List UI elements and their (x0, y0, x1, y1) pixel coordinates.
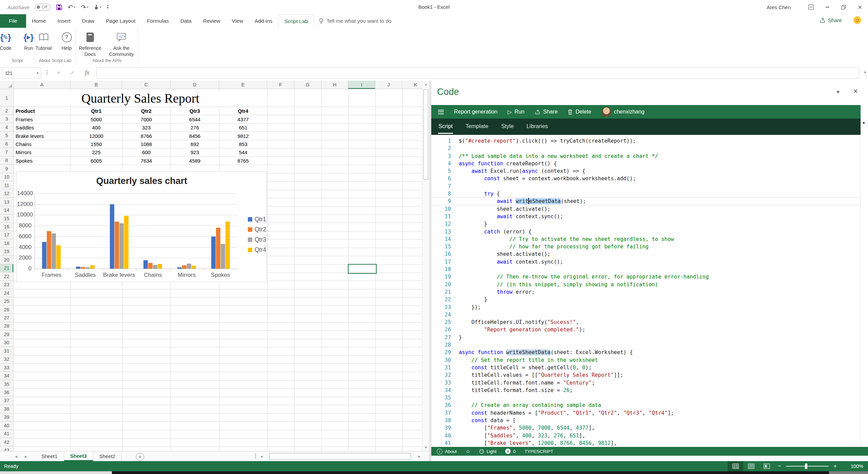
pane-tab-template[interactable]: Template (465, 119, 489, 135)
formula-input[interactable] (96, 67, 859, 79)
ribbon-tab-add-ins[interactable]: Add-ins (249, 14, 278, 28)
about-button[interactable]: i About (437, 449, 457, 454)
name-box-dropdown-icon[interactable]: ▾ (37, 71, 41, 75)
code-line-17[interactable]: 17 await context.sync(); (431, 258, 861, 266)
row-header-23[interactable]: 23 (0, 281, 14, 289)
row-header-18[interactable]: 18 (0, 239, 14, 247)
code-line-37[interactable]: 37 const headerNames = ["Product", "Qtr1… (431, 409, 861, 417)
feedback-smiley-icon[interactable]: ☺ (853, 16, 861, 24)
grid-cell[interactable]: Qtr2 (122, 107, 170, 115)
vertical-scrollbar[interactable]: ▴ ▾ (422, 81, 429, 451)
row-header-17[interactable]: 17 (0, 231, 14, 239)
reference-docs-button[interactable]: Reference Docs (76, 30, 104, 58)
ask-the-community-button[interactable]: </>Ask the Community (105, 30, 138, 58)
feedback-smiley-button[interactable]: ☺ (466, 449, 470, 454)
formula-bar-expand-icon[interactable]: ▾ (864, 70, 866, 75)
code-line-32[interactable]: 32 titleCell.values = [["Quarterly Sales… (431, 371, 861, 379)
pane-collapse-arrow-icon[interactable]: ◂ (862, 120, 865, 125)
grid-cell[interactable]: 8766 (122, 132, 170, 140)
row-header-25[interactable]: 25 (0, 297, 14, 305)
code-line-6[interactable]: 6 const sheet = context.workbook.workshe… (431, 175, 861, 182)
grid-cell[interactable]: 600 (122, 148, 170, 156)
row-header-41[interactable]: 41 (0, 430, 14, 438)
code-line-23[interactable]: 23 }); (431, 304, 861, 311)
column-header-A[interactable]: A (14, 81, 71, 89)
sheet-tab-sheet3[interactable]: Sheet3 (64, 451, 93, 461)
row-header-4[interactable]: 4 (0, 123, 14, 131)
column-header-G[interactable]: G (294, 81, 321, 89)
column-header-D[interactable]: D (171, 81, 219, 89)
hscroll-right-icon[interactable]: ▸ (418, 451, 420, 461)
code-line-1[interactable]: 1$("#create-report").click(() => tryCatc… (431, 137, 861, 145)
code-line-39[interactable]: 39 ["Frames", 5000, 7000, 6544, 4377], (431, 424, 861, 432)
row-header-43[interactable]: 43 (0, 446, 14, 451)
row-header-2[interactable]: 2 (0, 107, 14, 115)
ribbon-tab-insert[interactable]: Insert (52, 14, 76, 28)
run-button[interactable]: ▷ Run (508, 109, 525, 115)
grid-cell[interactable]: Frames (14, 115, 70, 123)
formula-bar-grip[interactable] (46, 70, 47, 76)
ribbon-tab-script-lab[interactable]: Script Lab (278, 14, 314, 28)
zoom-out-button[interactable]: − (774, 463, 785, 470)
tell-me-box[interactable]: Tell me what you want to do (319, 14, 391, 28)
row-header-36[interactable]: 36 (0, 388, 14, 396)
code-line-9[interactable]: 9 await writeSheetData(sheet); (431, 198, 861, 205)
row-header-30[interactable]: 30 (0, 339, 14, 347)
select-all-corner[interactable] (0, 81, 14, 89)
row-header-14[interactable]: 14 (0, 206, 14, 214)
code-line-38[interactable]: 38 const data = [ (431, 417, 861, 424)
row-header-37[interactable]: 37 (0, 397, 14, 405)
pane-menu-caret-icon[interactable]: ▼ (836, 89, 840, 95)
ribbon-tab-home[interactable]: Home (26, 14, 52, 28)
zoom-slider[interactable] (786, 466, 829, 467)
code-line-2[interactable]: 2 (431, 145, 861, 152)
minimize-button[interactable] (819, 0, 835, 14)
ribbon-tab-draw[interactable]: Draw (76, 14, 100, 28)
row-header-35[interactable]: 35 (0, 380, 14, 388)
pane-tab-libraries[interactable]: Libraries (526, 119, 548, 135)
code-line-33[interactable]: 33 titleCell.format.font.name = "Century… (431, 379, 861, 387)
sales-chart[interactable]: Quarterly sales chart0200040006000800010… (17, 171, 267, 282)
row-header-27[interactable]: 27 (0, 314, 14, 322)
selected-cell-I21[interactable] (348, 264, 377, 274)
scroll-up-icon[interactable]: ▴ (422, 82, 429, 86)
column-header-H[interactable]: H (321, 81, 348, 89)
grid-cell[interactable]: 276 (171, 124, 219, 131)
user-name[interactable]: Ares Chen (767, 4, 791, 10)
code-line-31[interactable]: 31 const titleCell = sheet.getCell(0, 0)… (431, 364, 861, 371)
row-header-16[interactable]: 16 (0, 223, 14, 231)
row-header-34[interactable]: 34 (0, 372, 14, 380)
code-line-40[interactable]: 40 ["Saddles", 400, 323, 276, 651], (431, 432, 861, 439)
share-button[interactable]: Share (820, 17, 842, 23)
horizontal-scrollbar-thumb[interactable] (269, 453, 411, 459)
code-line-11[interactable]: 11 await context.sync(); (431, 213, 861, 220)
new-sheet-button[interactable]: + (136, 453, 144, 461)
code-line-3[interactable]: 3/** Load sample data into a new workshe… (431, 152, 861, 160)
tutorial-button[interactable]: Tutorial (33, 30, 55, 52)
cancel-entry-button[interactable]: × (54, 67, 64, 78)
row-header-32[interactable]: 32 (0, 355, 14, 364)
code-line-27[interactable]: 27} (431, 334, 861, 341)
row-header-15[interactable]: 15 (0, 214, 14, 223)
restore-button[interactable] (835, 0, 852, 14)
row-header-33[interactable]: 33 (0, 364, 14, 372)
page-layout-view-button[interactable] (743, 461, 759, 471)
row-header-10[interactable]: 10 (0, 173, 14, 181)
column-header-K[interactable]: K (402, 81, 422, 89)
help-button[interactable]: ?Help (56, 30, 78, 52)
code-line-16[interactable]: 16 sheet.activate(); (431, 250, 861, 258)
sheet-tab-sheet2[interactable]: Sheet2 (93, 451, 122, 461)
ribbon-tab-formulas[interactable]: Formulas (141, 14, 175, 28)
close-button[interactable]: × (852, 0, 868, 14)
row-header-21[interactable]: 21 (0, 264, 14, 272)
code-line-12[interactable]: 12 } (431, 220, 861, 228)
code-line-5[interactable]: 5 await Excel.run(async (context) => { (431, 167, 861, 175)
row-header-29[interactable]: 29 (0, 330, 14, 338)
zoom-in-button[interactable]: + (830, 463, 840, 470)
row-header-5[interactable]: 5 (0, 131, 14, 140)
worksheet-grid[interactable]: ABCDEFGHIJK12345678910111213141516171819… (0, 81, 422, 451)
row-header-19[interactable]: 19 (0, 248, 14, 256)
grid-cell[interactable]: 1088 (122, 140, 170, 148)
row-header-24[interactable]: 24 (0, 289, 14, 297)
code-line-26[interactable]: 26 "Report generation completed."); (431, 326, 861, 333)
